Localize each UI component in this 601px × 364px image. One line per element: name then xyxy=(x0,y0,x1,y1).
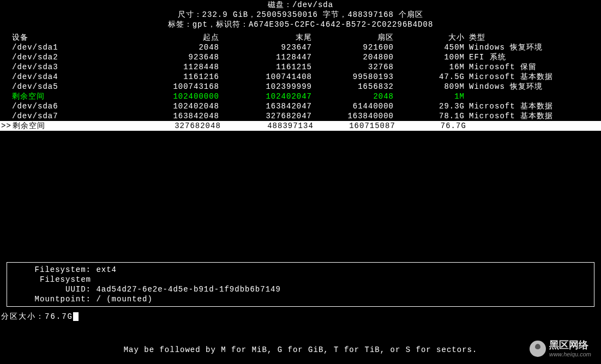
watermark-sub: www.heiqu.com xyxy=(549,351,591,357)
partition-table: 设备 起点 末尾 扇区 大小 类型 /dev/sda12048923647921… xyxy=(0,33,601,131)
input-value: 76.7G xyxy=(45,312,73,321)
cell-start: 1128448 xyxy=(137,62,219,72)
cell-type: EFI 系统 xyxy=(465,52,601,62)
table-header-row: 设备 起点 末尾 扇区 大小 类型 xyxy=(0,33,601,43)
table-row[interactable]: /dev/sda51007431681023999991656832809MWi… xyxy=(0,82,601,92)
watermark: 黑区网络 www.heiqu.com xyxy=(530,340,591,357)
cell-sectors: 99580193 xyxy=(312,72,394,82)
table-row[interactable]: /dev/sda716384204832768204716384000078.1… xyxy=(0,111,601,121)
cursor-icon xyxy=(73,312,79,321)
filesystem-info-box: Filesystem: ext4 Filesystem UUID: 4ad54d… xyxy=(7,262,594,307)
cell-end: 100741408 xyxy=(219,72,312,82)
table-row[interactable]: /dev/sda61024020481638420476144000029.3G… xyxy=(0,101,601,111)
column-device: 设备 xyxy=(12,33,137,43)
cell-sectors: 32768 xyxy=(312,62,394,72)
cell-size: 450M xyxy=(394,43,465,52)
cell-device: /dev/sda3 xyxy=(12,62,137,72)
cell-type: Microsoft 基本数据 xyxy=(465,101,601,111)
cell-sectors: 1656832 xyxy=(312,82,394,92)
uuid-label: Filesystem UUID: xyxy=(10,275,91,294)
cell-sectors: 163840000 xyxy=(312,111,394,121)
cell-sectors: 921600 xyxy=(312,43,394,52)
partition-size-input-line[interactable]: 分区大小：76.7G xyxy=(1,312,79,321)
cell-sectors: 2048 xyxy=(312,92,394,101)
uuid-value: 4ad54d27-6e2e-4d5e-b91d-1f9dbb6b7149 xyxy=(96,285,280,294)
cell-sectors: 61440000 xyxy=(312,101,394,111)
disk-header: 磁盘：/dev/sda 尺寸：232.9 GiB，250059350016 字节… xyxy=(0,0,601,29)
table-row[interactable]: 剩余空间32768204848839713416071508776.7G xyxy=(0,121,601,131)
cell-start: 102400000 xyxy=(137,92,219,101)
cell-type: Microsoft 基本数据 xyxy=(465,111,601,121)
cell-start: 100743168 xyxy=(137,82,219,92)
input-label: 分区大小： xyxy=(1,312,45,321)
table-row[interactable]: /dev/sda3112844811612153276816MMicrosoft… xyxy=(0,62,601,72)
cell-end: 102399999 xyxy=(219,82,312,92)
cell-device: 剩余空间 xyxy=(12,92,137,101)
cell-sectors: 160715087 xyxy=(314,121,395,131)
cell-type: Windows 恢复环境 xyxy=(465,43,601,52)
cell-size: 47.5G xyxy=(394,72,465,82)
cell-size: 76.7G xyxy=(395,121,466,131)
disk-label-line: 标签：gpt，标识符：A674E305-C2FC-4642-B572-2C022… xyxy=(0,20,601,29)
table-row[interactable]: /dev/sda411612161007414089958019347.5GMi… xyxy=(0,72,601,82)
mushroom-icon xyxy=(530,341,546,357)
hint-text: May be followed by M for MiB, G for GiB,… xyxy=(0,345,601,354)
cell-device: 剩余空间 xyxy=(13,121,139,131)
cell-size: 16M xyxy=(394,62,465,72)
cell-sectors: 204800 xyxy=(312,52,394,62)
cell-type xyxy=(466,121,601,131)
cell-end: 923647 xyxy=(219,43,312,52)
cell-type: Windows 恢复环境 xyxy=(465,82,601,92)
cell-size: 1M xyxy=(394,92,465,101)
table-row[interactable]: /dev/sda12048923647921600450MWindows 恢复环… xyxy=(0,43,601,52)
cell-start: 923648 xyxy=(137,52,219,62)
cell-end: 1128447 xyxy=(219,52,312,62)
cell-device: /dev/sda5 xyxy=(12,82,137,92)
disk-name-line: 磁盘：/dev/sda xyxy=(0,0,601,10)
cell-end: 327682047 xyxy=(219,111,312,121)
column-type: 类型 xyxy=(465,33,601,43)
column-sectors: 扇区 xyxy=(312,33,394,43)
cell-device: /dev/sda4 xyxy=(12,72,137,82)
cell-start: 327682048 xyxy=(139,121,221,131)
cell-start: 2048 xyxy=(137,43,219,52)
cell-type xyxy=(465,92,601,101)
uuid-row: Filesystem UUID: 4ad54d27-6e2e-4d5e-b91d… xyxy=(10,275,591,294)
cell-end: 102402047 xyxy=(219,92,312,101)
cell-device: /dev/sda1 xyxy=(12,43,137,52)
cell-size: 809M xyxy=(394,82,465,92)
cell-size: 100M xyxy=(394,52,465,62)
cell-device: /dev/sda7 xyxy=(12,111,137,121)
cell-end: 1161215 xyxy=(219,62,312,72)
cell-start: 102402048 xyxy=(137,101,219,111)
table-row[interactable]: /dev/sda29236481128447204800100MEFI 系统 xyxy=(0,52,601,62)
cell-type: Microsoft 保留 xyxy=(465,62,601,72)
cell-type: Microsoft 基本数据 xyxy=(465,72,601,82)
cell-device: /dev/sda6 xyxy=(12,101,137,111)
cell-end: 488397134 xyxy=(221,121,314,131)
cell-device: /dev/sda2 xyxy=(12,52,137,62)
column-start: 起点 xyxy=(137,33,219,43)
cell-size: 29.3G xyxy=(394,101,465,111)
mount-value: / (mounted) xyxy=(96,295,152,304)
table-row[interactable]: 剩余空间10240000010240204720481M xyxy=(0,92,601,101)
disk-size-line: 尺寸：232.9 GiB，250059350016 字节，488397168 个… xyxy=(0,10,601,20)
fs-row: Filesystem: ext4 xyxy=(10,265,591,275)
cell-size: 78.1G xyxy=(394,111,465,121)
mount-label: Mountpoint: xyxy=(10,294,91,304)
watermark-main: 黑区网络 xyxy=(549,340,591,351)
cell-start: 1161216 xyxy=(137,72,219,82)
fs-value: ext4 xyxy=(96,265,117,274)
column-size: 大小 xyxy=(394,33,465,43)
column-end: 末尾 xyxy=(219,33,312,43)
fs-label: Filesystem: xyxy=(10,265,91,275)
mount-row: Mountpoint: / (mounted) xyxy=(10,294,591,304)
cell-end: 163842047 xyxy=(219,101,312,111)
cell-start: 163842048 xyxy=(137,111,219,121)
